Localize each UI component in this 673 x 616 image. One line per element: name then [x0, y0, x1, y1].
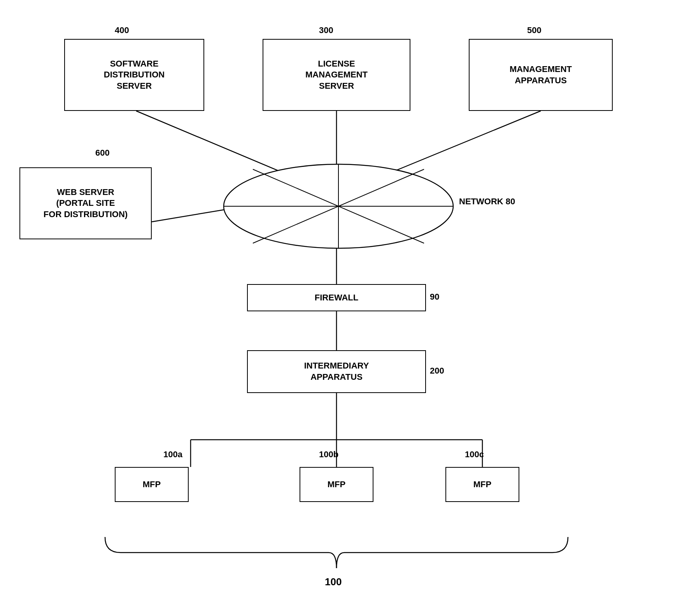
- mfp-c-box: MFP: [445, 467, 519, 502]
- ref-400: 400: [115, 25, 129, 35]
- mfp-b-label: MFP: [328, 479, 345, 490]
- ref-100b: 100b: [319, 449, 338, 460]
- ref-500: 500: [527, 25, 542, 35]
- intermediary-label: INTERMEDIARYAPPARATUS: [304, 360, 369, 383]
- network-label: NETWORK 80: [459, 197, 515, 207]
- web-server-label: WEB SERVER(PORTAL SITEFOR DISTRIBUTION): [44, 187, 128, 220]
- mfp-a-box: MFP: [115, 467, 189, 502]
- firewall-label: FIREWALL: [315, 292, 358, 304]
- ref-300: 300: [319, 25, 333, 35]
- ref-600: 600: [95, 148, 110, 158]
- ref-90: 90: [430, 292, 439, 302]
- license-mgmt-server-box: LICENSEMANAGEMENTSERVER: [263, 39, 410, 111]
- network-ellipse: [222, 163, 455, 249]
- ref-100a: 100a: [163, 449, 182, 460]
- software-dist-server-label: SOFTWAREDISTRIBUTIONSERVER: [104, 58, 165, 92]
- software-dist-server-box: SOFTWAREDISTRIBUTIONSERVER: [64, 39, 204, 111]
- system-diagram: 400 SOFTWAREDISTRIBUTIONSERVER 300 LICEN…: [0, 0, 673, 616]
- intermediary-box: INTERMEDIARYAPPARATUS: [247, 350, 426, 393]
- mgmt-apparatus-box: MANAGEMENTAPPARATUS: [469, 39, 613, 111]
- ref-200: 200: [430, 366, 444, 376]
- firewall-box: FIREWALL: [247, 284, 426, 311]
- mgmt-apparatus-label: MANAGEMENTAPPARATUS: [510, 64, 572, 86]
- license-mgmt-server-label: LICENSEMANAGEMENTSERVER: [305, 58, 368, 92]
- web-server-box: WEB SERVER(PORTAL SITEFOR DISTRIBUTION): [19, 167, 152, 239]
- mfp-c-label: MFP: [473, 479, 491, 490]
- mfp-a-label: MFP: [143, 479, 161, 490]
- mfp-b-box: MFP: [300, 467, 373, 502]
- ref-100c: 100c: [465, 449, 484, 460]
- mfp-group-label: 100: [325, 576, 342, 588]
